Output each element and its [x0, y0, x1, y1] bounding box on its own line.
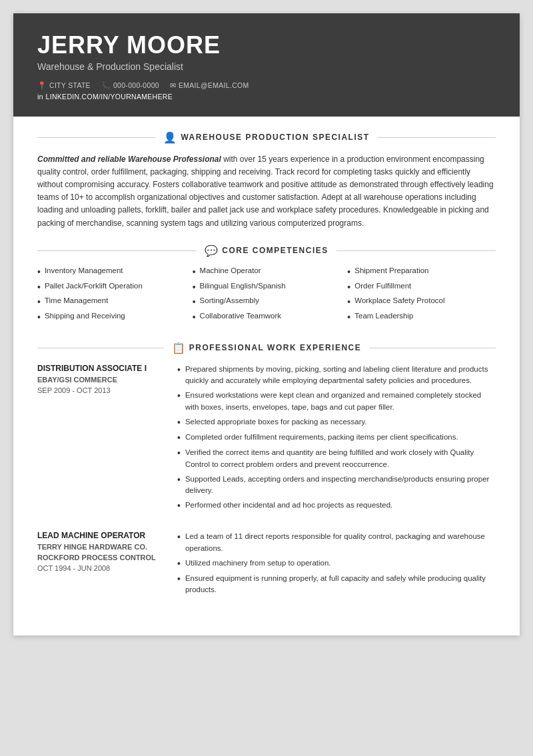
exp-line-left [37, 348, 164, 348]
job-2-bullets: Led a team of 11 direct reports responsi… [177, 531, 496, 595]
phone-item: 📞 000-000-0000 [101, 81, 159, 90]
exp-line-right [369, 348, 496, 348]
candidate-title: Warehouse & Production Specialist [37, 61, 496, 72]
job-1: DISTRIBUTION ASSOCIATE I EBAY/GSI COMMER… [37, 364, 496, 516]
exp-icon: 📋 [172, 342, 185, 354]
comp-title-wrap: 💬 CORE COMPETENCIES [197, 244, 336, 257]
linkedin-text: LINKEDIN.COM/IN/YOURNAMEHERE [46, 93, 173, 101]
experience-section-header: 📋 PROFESSIONAL WORK EXPERIENCE [37, 342, 496, 354]
phone-text: 000-000-0000 [113, 81, 159, 89]
job-2-left: LEAD MACHINE OPERATOR TERRY HINGE HARDWA… [37, 531, 164, 599]
work-section: DISTRIBUTION ASSOCIATE I EBAY/GSI COMMER… [37, 364, 496, 599]
header-section: JERRY MOORE Warehouse & Production Speci… [13, 13, 520, 117]
comp-item: •Shipping and Receiving [37, 312, 179, 323]
competencies-section-header: 💬 CORE COMPETENCIES [37, 244, 496, 257]
summary-icon: 👤 [163, 131, 177, 144]
job-1-title: DISTRIBUTION ASSOCIATE I [37, 364, 164, 373]
job-1-bullet-4: Completed order fulfillment requirements… [177, 432, 496, 444]
location-item: 📍 CITY STATE [37, 81, 91, 90]
summary-title-wrap: 👤 WAREHOUSE PRODUCTION SPECIALIST [155, 131, 377, 144]
comp-line-right [336, 250, 496, 251]
job-2-bullet-1: Led a team of 11 direct reports responsi… [177, 531, 496, 554]
exp-title-wrap: 📋 PROFESSIONAL WORK EXPERIENCE [164, 342, 369, 354]
linkedin-icon: in [37, 93, 43, 101]
comp-col-1: •Inventory Management •Pallet Jack/Forkl… [37, 266, 186, 327]
comp-item: •Shipment Preparation [347, 266, 489, 278]
job-1-bullets: Prepared shipments by moving, picking, s… [177, 364, 496, 512]
comp-item: •Bilingual English/Spanish [193, 282, 334, 293]
job-2: LEAD MACHINE OPERATOR TERRY HINGE HARDWA… [37, 531, 496, 599]
candidate-name: JERRY MOORE [37, 32, 496, 59]
job-1-dates: SEP 2009 - OCT 2013 [37, 386, 164, 394]
job-1-company: EBAY/GSI COMMERCE [37, 375, 164, 385]
comp-item: •Sorting/Assembly [193, 296, 334, 308]
summary-rest-text: with over 15 years experience in a produ… [37, 155, 494, 228]
job-2-company: TERRY HINGE HARDWARE CO. ROCKFORD PROCES… [37, 542, 164, 563]
comp-item: •Inventory Management [37, 266, 179, 278]
job-2-bullet-2: Utilized machinery from setup to operati… [177, 558, 496, 569]
body-section: 👤 WAREHOUSE PRODUCTION SPECIALIST Commit… [13, 131, 520, 635]
job-1-bullet-7: Performed other incidental and ad hoc pr… [177, 500, 496, 512]
competencies-grid: •Inventory Management •Pallet Jack/Forkl… [37, 266, 496, 327]
email-text: EMAIL@EMAIL.COM [179, 81, 249, 89]
summary-line-right [378, 137, 496, 138]
summary-section-header: 👤 WAREHOUSE PRODUCTION SPECIALIST [37, 131, 496, 144]
exp-title: PROFESSIONAL WORK EXPERIENCE [189, 343, 361, 352]
phone-icon: 📞 [101, 81, 111, 90]
email-icon: ✉ [170, 81, 176, 90]
job-1-bullet-6: Supported Leads, accepting orders and in… [177, 474, 496, 497]
comp-line-left [37, 250, 197, 251]
location-icon: 📍 [37, 81, 47, 90]
job-2-right: Led a team of 11 direct reports responsi… [177, 531, 496, 599]
job-1-bullet-1: Prepared shipments by moving, picking, s… [177, 364, 496, 387]
job-1-bullet-2: Ensured workstations were kept clean and… [177, 390, 496, 413]
comp-col-3: •Shipment Preparation •Order Fulfillment… [340, 266, 496, 327]
comp-item: •Workplace Safety Protocol [347, 296, 489, 308]
comp-item: •Collaborative Teamwork [193, 312, 334, 323]
linkedin-row: in LINKEDIN.COM/IN/YOURNAMEHERE [37, 93, 496, 101]
comp-item: •Time Management [37, 296, 179, 308]
comp-col-2: •Machine Operator •Bilingual English/Spa… [186, 266, 341, 327]
comp-item: •Team Leadership [347, 312, 489, 323]
job-2-bullet-3: Ensured equipment is running properly, a… [177, 573, 496, 596]
job-1-right: Prepared shipments by moving, picking, s… [177, 364, 496, 516]
comp-title: CORE COMPETENCIES [222, 246, 328, 255]
comp-item: •Pallet Jack/Forklift Operation [37, 282, 179, 293]
contact-row: 📍 CITY STATE 📞 000-000-0000 ✉ EMAIL@EMAI… [37, 81, 496, 90]
email-item: ✉ EMAIL@EMAIL.COM [170, 81, 249, 90]
job-1-left: DISTRIBUTION ASSOCIATE I EBAY/GSI COMMER… [37, 364, 164, 516]
comp-item: •Order Fulfillment [347, 282, 489, 293]
resume-container: JERRY MOORE Warehouse & Production Speci… [13, 13, 520, 635]
location-text: CITY STATE [49, 81, 91, 89]
summary-paragraph: Committed and reliable Warehouse Profess… [37, 153, 496, 230]
job-1-bullet-3: Selected appropriate boxes for packing a… [177, 416, 496, 428]
summary-bold-text: Committed and reliable Warehouse Profess… [37, 155, 221, 164]
summary-title: WAREHOUSE PRODUCTION SPECIALIST [181, 133, 369, 142]
comp-icon: 💬 [205, 244, 218, 257]
job-2-title: LEAD MACHINE OPERATOR [37, 531, 164, 540]
job-2-dates: OCT 1994 - JUN 2008 [37, 564, 164, 572]
job-1-bullet-5: Verified the correct items and quantity … [177, 447, 496, 470]
summary-line-left [37, 137, 155, 138]
comp-item: •Machine Operator [193, 266, 334, 278]
